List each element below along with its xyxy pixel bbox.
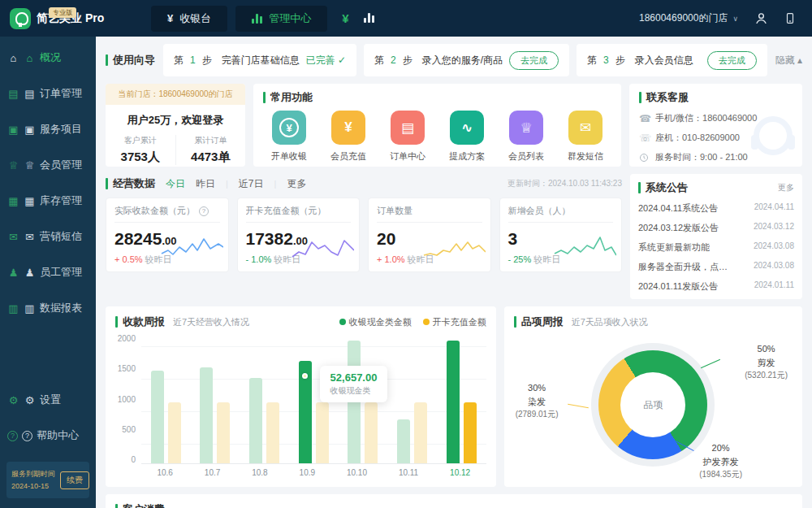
sidebar-item-sms[interactable]: ✉✉营销短信 <box>0 219 96 254</box>
stat-card-title: 新增会员（人） <box>508 205 614 223</box>
announcements-more-link[interactable]: 更多 <box>778 182 794 193</box>
wizard-step-2: 第2步录入您的服务/商品去完成 <box>364 44 569 76</box>
bar-开卡充值金额-10.12[interactable] <box>464 402 477 463</box>
x-label: 10.12 <box>450 468 470 477</box>
slice-name: 剪发 <box>745 356 788 370</box>
bar-chart: 2000150010005000 10.610.710.810.910.1010… <box>115 334 486 477</box>
top-tab-cashier[interactable]: ¥收银台 <box>151 6 227 32</box>
announcement-text: 服务器全面升级，点击… <box>638 261 736 273</box>
sidebar-item-members[interactable]: ♕♕会员管理 <box>0 147 96 183</box>
stat-card: 开卡充值金额（元）17382.00- 1.0%较昨日 <box>237 198 361 272</box>
y-tick: 1500 <box>118 364 136 373</box>
legend-item[interactable]: 收银现金类金额 <box>339 316 412 328</box>
bar-收银现金类金额-10.6[interactable] <box>151 371 164 463</box>
topbar: 简艺美业 Pro 专业版 ¥收银台管理中心 ¥ 18600469000的门店 ∨ <box>0 0 812 37</box>
announcement-row[interactable]: 服务器全面升级，点击…2024.03.08 <box>638 261 794 273</box>
home-icon: ⌂ <box>24 52 36 64</box>
slice-amount: (1984.35元) <box>699 468 742 480</box>
quick-function-会员列表[interactable]: ♕会员列表 <box>508 111 544 163</box>
tab-separator: | <box>226 179 228 189</box>
step-label-suffix: 步 <box>403 54 412 67</box>
bar-开卡充值金额-10.6[interactable] <box>168 402 181 463</box>
title-accent-bar <box>106 54 108 66</box>
bar-开卡充值金额-10.8[interactable] <box>266 402 279 463</box>
announcement-date: 2024.03.12 <box>754 222 794 234</box>
stat-card: 新增会员（人）3- 25%较昨日 <box>499 198 623 272</box>
y-tick: 0 <box>131 455 136 464</box>
step-number: 2 <box>391 54 396 66</box>
sidebar-item-orders[interactable]: ▤▤订单管理 <box>0 76 96 111</box>
legend-item[interactable]: 开卡充值金额 <box>423 316 486 328</box>
sidebar-item-staff[interactable]: ♟♟员工管理 <box>0 254 96 290</box>
slice-name: 染发 <box>516 395 559 409</box>
sidebar-item-reports[interactable]: ▥▥数据报表 <box>0 290 96 326</box>
collapse-guide-button[interactable]: 隐藏 ▴ <box>775 54 802 67</box>
quick-function-label: 群发短信 <box>568 150 603 163</box>
x-label: 10.11 <box>399 468 418 477</box>
bar-收银现金类金额-10.8[interactable] <box>249 378 262 463</box>
store-stat-label: 累计订单 <box>176 135 246 146</box>
x-label: 10.8 <box>252 468 267 477</box>
sidebar-item-services[interactable]: ▣▣服务项目 <box>0 111 96 147</box>
caret-up-icon: ▴ <box>797 54 802 66</box>
announcement-row[interactable]: 系统更新最新功能2024.03.08 <box>638 241 794 254</box>
sidebar-item-label: 员工管理 <box>40 265 82 280</box>
sidebar-item-settings[interactable]: ⚙⚙设置 <box>0 382 96 418</box>
go-complete-button[interactable]: 去完成 <box>509 51 559 70</box>
biz-tab-昨日[interactable]: 昨日 <box>196 177 215 191</box>
wizard-step-3: 第3步录入会员信息去完成 <box>577 44 767 76</box>
renew-button[interactable]: 续费 <box>60 471 89 489</box>
biz-tab-今日[interactable]: 今日 <box>166 177 185 191</box>
quick-function-订单中心[interactable]: ▤订单中心 <box>390 111 425 163</box>
sidebar-item-label: 库存管理 <box>40 193 82 208</box>
quick-function-label: 会员充值 <box>330 150 366 163</box>
sidebar-item-label: 设置 <box>40 393 61 407</box>
top-tab-manage[interactable]: 管理中心 <box>235 6 327 32</box>
biz-tab-更多[interactable]: 更多 <box>287 177 306 191</box>
slice-percent: 30% <box>516 381 559 395</box>
help-icon[interactable]: ? <box>199 206 209 216</box>
announcement-row[interactable]: 2024.03.12发版公告2024.03.12 <box>638 222 794 234</box>
go-complete-button[interactable]: 去完成 <box>707 51 757 70</box>
bar-收银现金类金额-10.12[interactable] <box>447 341 460 463</box>
quick-function-群发短信[interactable]: ✉群发短信 <box>568 111 603 163</box>
step-label: 第 <box>174 54 184 67</box>
customer-consumption-card: 客户消费 <box>106 494 802 508</box>
step-label-suffix: 步 <box>202 54 212 67</box>
bar-收银现金类金额-10.7[interactable] <box>200 367 213 463</box>
tab-separator: | <box>274 179 277 189</box>
quick-function-开单收银[interactable]: ¥开单收银 <box>271 111 307 163</box>
bar-开卡充值金额-10.10[interactable] <box>365 402 378 463</box>
stats-icon[interactable] <box>364 11 374 25</box>
quick-function-会员充值[interactable]: ¥会员充值 <box>330 111 366 163</box>
user-icon[interactable] <box>754 11 768 25</box>
slice-percent: 20% <box>699 441 742 455</box>
clock-icon <box>639 153 650 163</box>
bar-开卡充值金额-10.11[interactable] <box>414 402 427 463</box>
sidebar-item-help[interactable]: ??帮助中心 <box>0 418 96 454</box>
stat-title-text: 新增会员（人） <box>508 205 571 217</box>
store-stat-value: 3753人 <box>106 150 175 165</box>
moneybag-icon[interactable]: ¥ <box>342 11 348 25</box>
sidebar-item-overview[interactable]: ⌂⌂概况 <box>0 40 96 76</box>
bar-收银现金类金额-10.11[interactable] <box>397 419 410 463</box>
crown-icon: ♕ <box>7 159 19 172</box>
announcement-row[interactable]: 2024.04.11系统公告2024.04.11 <box>638 202 794 215</box>
crown-icon: ♕ <box>24 159 36 172</box>
store-stat-label: 客户累计 <box>106 135 175 146</box>
bar-开卡充值金额-10.7[interactable] <box>217 402 230 463</box>
stat-title-text: 订单数量 <box>377 205 412 217</box>
sidebar-item-label: 会员管理 <box>40 158 82 172</box>
biz-tab-近7日[interactable]: 近7日 <box>239 177 264 191</box>
mobile-device-icon[interactable] <box>784 11 796 25</box>
boxes-icon: ▦ <box>7 195 19 207</box>
quick-function-提成方案[interactable]: ∿提成方案 <box>449 111 485 163</box>
announcement-row[interactable]: 2024.01.11发版公告2024.01.11 <box>638 280 794 293</box>
bar-开卡充值金额-10.9[interactable] <box>316 402 329 463</box>
mobile-icon: ☎ <box>639 113 650 124</box>
sidebar-item-inventory[interactable]: ▦▦库存管理 <box>0 183 96 219</box>
payment-weekly-chart-card: 收款周报 近7天经营收入情况 收银现金类金额开卡充值金额 20001500100… <box>106 306 496 487</box>
tooltip-label: 收银现金类 <box>330 385 378 397</box>
chevron-down-icon: ∨ <box>732 15 738 23</box>
store-selector[interactable]: 18600469000的门店 ∨ <box>639 11 738 25</box>
